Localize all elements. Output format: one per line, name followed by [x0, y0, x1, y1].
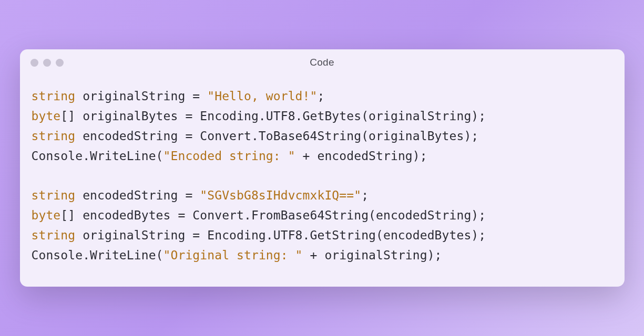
code-token: string — [32, 228, 76, 242]
code-line: byte[] encodedBytes = Convert.FromBase64… — [32, 206, 613, 226]
code-line: byte[] originalBytes = Encoding.UTF8.Get… — [32, 107, 613, 127]
code-token: "Encoded string: " — [163, 149, 295, 163]
code-token: string — [32, 129, 76, 143]
code-token: "Original string: " — [163, 248, 303, 262]
code-line: string encodedString = Convert.ToBase64S… — [32, 127, 613, 146]
code-token: string — [32, 188, 76, 202]
code-token: "SGVsbG8sIHdvcmxkIQ==" — [200, 188, 361, 202]
code-window: Code string originalString = "Hello, wor… — [20, 49, 625, 287]
minimize-icon[interactable] — [43, 59, 51, 67]
code-token: ; — [317, 89, 324, 103]
code-content: string originalString = "Hello, world!";… — [20, 72, 625, 287]
close-icon[interactable] — [30, 59, 38, 67]
code-line: string encodedString = "SGVsbG8sIHdvcmxk… — [32, 186, 613, 206]
code-token: [] originalBytes = Encoding.UTF8.GetByte… — [60, 109, 486, 123]
code-token: encodedString = — [75, 188, 200, 202]
code-token: ; — [361, 188, 369, 202]
code-token: encodedString = Convert.ToBase64String(o… — [75, 129, 478, 143]
code-token: + originalString); — [303, 248, 442, 262]
code-token: Console.WriteLine( — [32, 149, 163, 163]
code-token: + encodedString); — [295, 149, 427, 163]
maximize-icon[interactable] — [56, 59, 64, 67]
code-line: Console.WriteLine("Encoded string: " + e… — [32, 146, 613, 166]
window-title: Code — [310, 57, 334, 68]
code-token: Console.WriteLine( — [32, 248, 163, 262]
code-token: originalString = Encoding.UTF8.GetString… — [75, 228, 486, 242]
code-token: [] encodedBytes = Convert.FromBase64Stri… — [60, 208, 486, 222]
code-line: Console.WriteLine("Original string: " + … — [32, 246, 613, 266]
window-titlebar: Code — [20, 49, 625, 72]
code-token: byte — [32, 109, 61, 123]
code-line: string originalString = Encoding.UTF8.Ge… — [32, 226, 613, 246]
code-token: originalString = — [75, 89, 207, 103]
code-token: string — [32, 89, 76, 103]
code-token: "Hello, world!" — [207, 89, 317, 103]
code-line: string originalString = "Hello, world!"; — [32, 87, 613, 107]
traffic-lights — [30, 59, 64, 67]
code-line — [32, 166, 613, 186]
code-token: byte — [32, 208, 61, 222]
